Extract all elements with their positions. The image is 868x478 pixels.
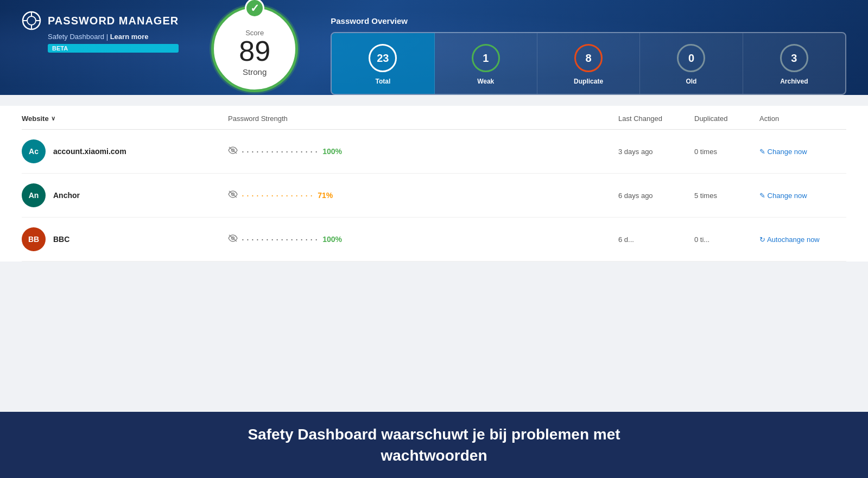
- card-circle-total: 23: [369, 44, 397, 72]
- password-cell: • • • • • • • • • • • • • • • 71%: [228, 190, 618, 200]
- website-cell: BB BBC: [22, 227, 228, 251]
- brand-title: PASSWORD MANAGER: [48, 15, 179, 27]
- brand-section: PASSWORD MANAGER Safety Dashboard | Lear…: [22, 11, 179, 53]
- overview-title: Password Overview: [331, 16, 846, 26]
- eye-off-icon[interactable]: [228, 190, 238, 200]
- footer-banner: Safety Dashboard waarschuwt je bij probl…: [0, 412, 868, 478]
- duplicated-cell: 5 times: [694, 192, 759, 200]
- card-circle-duplicate: 8: [574, 44, 603, 72]
- eye-off-icon[interactable]: [228, 146, 238, 156]
- action-cell[interactable]: ✎ Change now: [759, 148, 846, 156]
- column-password-strength: Password Strength: [228, 114, 618, 123]
- action-cell[interactable]: ✎ Change now: [759, 192, 846, 200]
- column-action: Action: [759, 114, 846, 123]
- overview-card-weak[interactable]: 1 Weak: [435, 33, 537, 94]
- score-value: 89: [239, 37, 270, 65]
- score-circle: ✓ Score 89 Strong: [211, 5, 298, 92]
- card-label-weak: Weak: [477, 78, 494, 85]
- site-avatar: BB: [22, 227, 46, 251]
- table-section: Website ∨ Password Strength Last Changed…: [0, 106, 868, 262]
- card-circle-old: 0: [677, 44, 705, 72]
- overview-cards: 23 Total 1 Weak 8 Duplicate 0 Old 3 Arch…: [331, 32, 846, 95]
- action-cell[interactable]: ↻ Autochange now: [759, 235, 846, 244]
- score-section: ✓ Score 89 Strong: [211, 5, 298, 92]
- brand-subtitle: Safety Dashboard | Learn more: [48, 33, 179, 41]
- site-avatar: An: [22, 183, 46, 207]
- card-label-total: Total: [375, 78, 390, 85]
- duplicated-cell: 0 ti...: [694, 235, 759, 244]
- column-website[interactable]: Website ∨: [22, 114, 228, 123]
- strength-percent: 71%: [318, 191, 333, 200]
- strength-percent: 100%: [322, 147, 342, 156]
- overview-card-archived[interactable]: 3 Archived: [743, 33, 845, 94]
- checkmark-icon: ✓: [245, 0, 264, 18]
- site-name: Anchor: [53, 191, 80, 200]
- table-row: Ac account.xiaomi.com • • • • • • • • • …: [22, 130, 846, 174]
- website-cell: Ac account.xiaomi.com: [22, 139, 228, 163]
- table-row: An Anchor • • • • • • • • • • • • • • • …: [22, 174, 846, 218]
- password-cell: • • • • • • • • • • • • • • • • 100%: [228, 234, 618, 244]
- last-changed-cell: 6 days ago: [618, 192, 694, 200]
- password-dots: • • • • • • • • • • • • • • •: [242, 193, 313, 198]
- column-last-changed: Last Changed: [618, 114, 694, 123]
- card-circle-weak: 1: [472, 44, 500, 72]
- site-name: account.xiaomi.com: [53, 147, 126, 156]
- overview-card-old[interactable]: 0 Old: [640, 33, 743, 94]
- card-label-duplicate: Duplicate: [574, 78, 603, 85]
- score-strength: Strong: [243, 67, 267, 77]
- table-row: BB BBC • • • • • • • • • • • • • • • • 1…: [22, 218, 846, 262]
- beta-badge: BETA: [48, 44, 179, 53]
- card-label-old: Old: [686, 78, 696, 85]
- website-cell: An Anchor: [22, 183, 228, 207]
- password-dots: • • • • • • • • • • • • • • • •: [242, 149, 318, 154]
- change-now-button[interactable]: ✎ Change now: [759, 192, 846, 200]
- table-body: Ac account.xiaomi.com • • • • • • • • • …: [22, 130, 846, 262]
- password-dots: • • • • • • • • • • • • • • • •: [242, 237, 318, 242]
- site-name: BBC: [53, 235, 69, 244]
- card-label-archived: Archived: [780, 78, 808, 85]
- eye-off-icon[interactable]: [228, 234, 238, 244]
- footer-line2: wachtwoorden: [22, 445, 846, 466]
- learn-more-link[interactable]: Learn more: [110, 33, 149, 41]
- sort-icon: ∨: [51, 115, 55, 122]
- footer-line1: Safety Dashboard waarschuwt je bij probl…: [22, 424, 846, 445]
- column-duplicated: Duplicated: [694, 114, 759, 123]
- overview-section: Password Overview 23 Total 1 Weak 8 Dupl…: [331, 11, 846, 95]
- duplicated-cell: 0 times: [694, 148, 759, 156]
- last-changed-cell: 3 days ago: [618, 148, 694, 156]
- table-header: Website ∨ Password Strength Last Changed…: [22, 106, 846, 130]
- password-cell: • • • • • • • • • • • • • • • • 100%: [228, 146, 618, 156]
- header: PASSWORD MANAGER Safety Dashboard | Lear…: [0, 0, 868, 95]
- overview-card-duplicate[interactable]: 8 Duplicate: [537, 33, 640, 94]
- svg-point-1: [27, 16, 36, 25]
- last-changed-cell: 6 d...: [618, 235, 694, 244]
- site-avatar: Ac: [22, 139, 46, 163]
- strength-percent: 100%: [322, 235, 342, 244]
- overview-card-total[interactable]: 23 Total: [332, 33, 434, 94]
- change-now-button[interactable]: ✎ Change now: [759, 148, 846, 156]
- card-circle-archived: 3: [780, 44, 808, 72]
- autochange-button[interactable]: ↻ Autochange now: [759, 235, 846, 244]
- brand-logo-icon: [22, 11, 41, 30]
